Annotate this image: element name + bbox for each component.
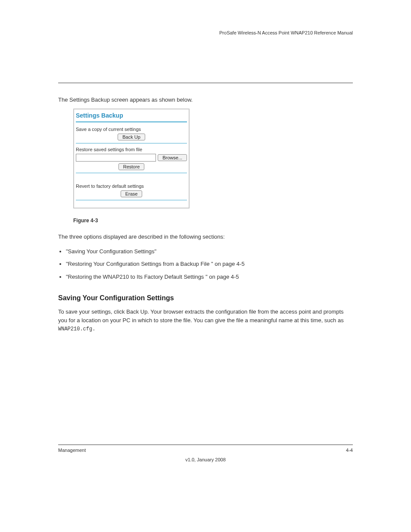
- section-paragraph-saving: To save your settings, click Back Up. Yo…: [58, 308, 353, 333]
- browse-button[interactable]: Browse...: [158, 154, 187, 161]
- footer-version: v1.0, January 2008: [58, 457, 353, 462]
- restore-section-label: Restore saved settings from file: [76, 147, 187, 152]
- divider-thin-2: [76, 173, 187, 173]
- divider-thin-3: [76, 200, 187, 200]
- intro-text: The Settings Backup screen appears as sh…: [58, 96, 353, 104]
- bullet-item-3: "Restoring the WNAP210 to Its Factory De…: [66, 273, 353, 281]
- body-intro: The three options displayed are describe…: [58, 233, 353, 241]
- restore-file-input[interactable]: [76, 154, 156, 162]
- save-section-label: Save a copy of current settings: [76, 127, 187, 132]
- bullet-list: "Saving Your Configuration Settings" "Re…: [66, 247, 353, 281]
- header-rule: [58, 83, 353, 83]
- figure-caption: Figure 4-3: [73, 218, 98, 224]
- footer-rule: [58, 445, 353, 445]
- divider-accent-1: [76, 121, 187, 122]
- backup-button[interactable]: Back Up: [118, 134, 145, 140]
- header-product: ProSafe Wireless-N Access Point WNAP210 …: [58, 30, 353, 35]
- footer-right: 4-4: [346, 448, 353, 453]
- erase-button[interactable]: Erase: [121, 190, 143, 197]
- revert-section-label: Revert to factory default settings: [76, 184, 187, 189]
- panel-title: Settings Backup: [76, 112, 187, 119]
- settings-backup-panel: Settings Backup Save a copy of current s…: [73, 109, 190, 208]
- bullet-item-1: "Saving Your Configuration Settings": [66, 247, 353, 256]
- page-footer: Management 4-4 v1.0, January 2008: [58, 445, 353, 462]
- section-heading-saving: Saving Your Configuration Settings: [58, 293, 353, 303]
- footer-left: Management: [58, 448, 86, 453]
- bullet-item-2: "Restoring Your Configuration Settings f…: [66, 260, 353, 268]
- divider-thin-1: [76, 143, 187, 143]
- filename-text: WNAP210.cfg.: [58, 326, 95, 332]
- restore-button[interactable]: Restore: [118, 163, 145, 170]
- paragraph-text: To save your settings, click Back Up. Yo…: [58, 308, 344, 324]
- body-content: The three options displayed are describe…: [58, 233, 353, 339]
